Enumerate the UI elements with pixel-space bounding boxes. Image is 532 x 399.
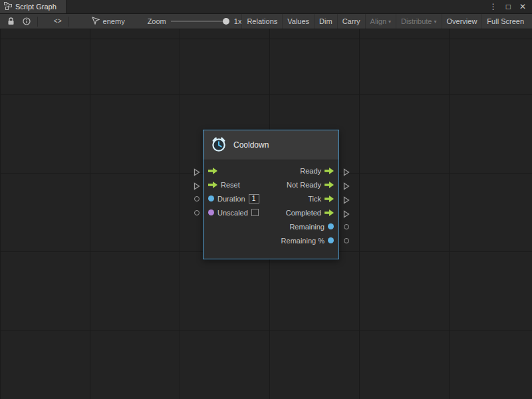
not-ready-output-port[interactable]: Not Ready (287, 181, 334, 189)
unscaled-input-port[interactable]: Unscaled (208, 209, 259, 217)
reset-input-port[interactable]: Reset (208, 181, 240, 189)
flow-port-icon (208, 168, 217, 174)
value-connector-marker[interactable] (344, 224, 349, 229)
script-graph-icon (4, 2, 12, 11)
port-label: Remaining % (281, 237, 325, 245)
ready-output-port[interactable]: Ready (300, 167, 334, 175)
duration-field[interactable] (249, 194, 259, 203)
value-connector-marker[interactable] (194, 210, 200, 215)
port-label: Not Ready (287, 181, 321, 189)
flow-port-icon (325, 168, 334, 174)
node-row: Unscaled Completed (203, 205, 338, 219)
zoom-slider-track (171, 21, 229, 22)
values-button[interactable]: Values (282, 14, 314, 29)
zoom-slider[interactable] (171, 17, 229, 26)
overview-button[interactable]: Overview (442, 14, 482, 29)
maximize-icon[interactable]: □ (506, 3, 511, 11)
port-label: Unscaled (217, 209, 248, 217)
titlebar-spacer (66, 0, 489, 13)
value-port-icon (208, 209, 214, 215)
unscaled-checkbox[interactable] (251, 209, 259, 216)
flow-connector-marker[interactable] (194, 181, 200, 193)
flow-connector-marker[interactable] (343, 195, 350, 207)
cooldown-node-body: Ready Reset Not Ready Durati (203, 160, 338, 259)
cooldown-node-header[interactable]: Cooldown (203, 130, 338, 160)
close-icon[interactable]: ✕ (519, 3, 526, 11)
value-port-icon (208, 196, 214, 201)
remaining-percent-output-port[interactable]: Remaining % (281, 237, 334, 245)
port-label: Reset (221, 181, 240, 189)
duration-input-port[interactable]: Duration (208, 194, 259, 203)
flow-connector-marker[interactable] (343, 181, 350, 193)
completed-output-port[interactable]: Completed (286, 209, 334, 217)
flow-connector-marker[interactable] (343, 209, 350, 221)
port-label: Duration (217, 195, 245, 203)
port-label: Completed (286, 209, 321, 217)
distribute-label: Distribute (401, 17, 432, 25)
toolbar-separator (37, 17, 38, 27)
carry-label: Carry (342, 17, 360, 25)
node-row: Remaining (203, 219, 338, 233)
alarm-clock-icon (210, 136, 227, 155)
toolbar-separator (68, 17, 69, 27)
values-label: Values (287, 17, 309, 25)
dim-button[interactable]: Dim (314, 14, 337, 29)
dropdown-arrow-icon: ▾ (388, 19, 391, 25)
cursor-icon (92, 17, 100, 26)
port-label: Ready (300, 167, 321, 175)
flow-connector-marker[interactable] (194, 167, 200, 179)
graph-name: enemy (103, 17, 125, 25)
tab-title: Script Graph (15, 3, 57, 11)
relations-button[interactable]: Relations (241, 14, 282, 29)
tick-output-port[interactable]: Tick (308, 195, 334, 203)
distribute-button: Distribute▾ (396, 14, 441, 29)
port-label: Tick (308, 195, 321, 203)
value-connector-marker[interactable] (194, 196, 200, 201)
full-screen-label: Full Screen (487, 17, 524, 25)
carry-button[interactable]: Carry (337, 14, 365, 29)
dim-label: Dim (319, 17, 332, 25)
flow-port-icon (325, 196, 334, 202)
invoke-input-port[interactable] (208, 168, 217, 174)
align-label: Align (370, 17, 386, 25)
align-button: Align▾ (365, 14, 396, 29)
zoom-label: Zoom (148, 17, 166, 25)
relations-label: Relations (247, 17, 277, 25)
node-row: Reset Not Ready (203, 178, 338, 192)
cooldown-node[interactable]: Cooldown Ready Reset Not Re (203, 130, 339, 259)
node-title: Cooldown (233, 140, 269, 150)
value-port-icon (328, 223, 334, 229)
flow-connector-marker[interactable] (343, 167, 350, 179)
node-row: Remaining % (203, 233, 338, 247)
port-label: Remaining (289, 223, 325, 231)
remaining-output-port[interactable]: Remaining (289, 223, 334, 231)
graph-toolbar: <> enemy Zoom 1x Relations Values Dim Ca… (0, 14, 532, 29)
lock-icon[interactable] (3, 14, 19, 29)
zoom-value: 1x (234, 17, 242, 25)
full-screen-button[interactable]: Full Screen (481, 14, 529, 29)
info-icon[interactable] (19, 14, 35, 29)
value-connector-marker[interactable] (344, 238, 349, 243)
graph-canvas[interactable]: Cooldown Ready Reset Not Re (0, 29, 532, 399)
toolbar-buttons: Relations Values Dim Carry Align▾ Distri… (241, 14, 529, 29)
node-row: Duration Tick (203, 192, 338, 205)
graph-breadcrumb[interactable]: enemy (86, 14, 130, 29)
dropdown-arrow-icon: ▾ (434, 19, 437, 25)
node-row: Ready (203, 164, 338, 178)
zoom-control: Zoom 1x (148, 17, 242, 26)
value-port-icon (328, 237, 334, 243)
flow-port-icon (325, 182, 334, 188)
flow-port-icon (325, 209, 334, 216)
overview-label: Overview (447, 17, 477, 25)
window-titlebar: Script Graph ⋮ □ ✕ (0, 0, 532, 14)
flow-port-icon (208, 182, 217, 188)
code-icon[interactable]: <> (50, 14, 66, 29)
zoom-slider-handle[interactable] (223, 18, 229, 25)
tab-script-graph[interactable]: Script Graph (0, 0, 66, 13)
kebab-menu-icon[interactable]: ⋮ (489, 3, 497, 11)
